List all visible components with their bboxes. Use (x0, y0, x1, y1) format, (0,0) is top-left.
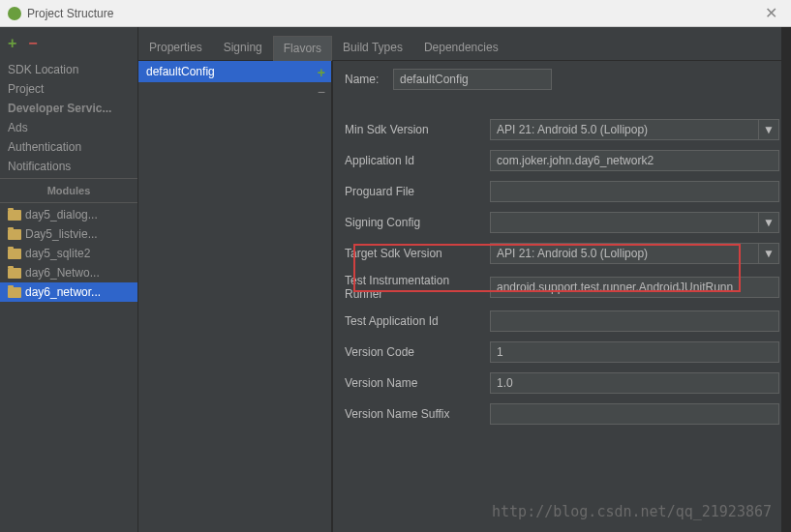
sidebar: + − SDK Location Project Developer Servi… (0, 27, 138, 532)
window-title: Project Structure (27, 7, 759, 20)
signing-select[interactable]: ▼ (490, 212, 779, 233)
version-name-label: Version Name (345, 376, 490, 390)
test-app-id-label: Test Application Id (345, 314, 490, 328)
title-bar: Project Structure ✕ (0, 0, 791, 27)
module-item[interactable]: day6_Netwo... (0, 263, 137, 282)
folder-icon (8, 268, 21, 279)
remove-config-icon[interactable]: − (318, 84, 325, 100)
proguard-input[interactable] (490, 181, 779, 202)
chevron-down-icon: ▼ (758, 120, 778, 139)
sidebar-item-project[interactable]: Project (0, 79, 137, 99)
module-label: Day5_listvie... (25, 227, 98, 241)
close-icon[interactable]: ✕ (759, 4, 783, 22)
tab-signing[interactable]: Signing (213, 35, 273, 60)
min-sdk-label: Min Sdk Version (345, 123, 490, 136)
sidebar-item-ads[interactable]: Ads (0, 118, 137, 137)
add-config-icon[interactable]: + (318, 65, 325, 80)
sidebar-item-sdk-location[interactable]: SDK Location (0, 60, 137, 79)
module-item[interactable]: Day5_listvie... (0, 224, 137, 244)
target-sdk-label: Target Sdk Version (345, 247, 490, 260)
sidebar-section-modules: Modules (0, 181, 137, 200)
name-label: Name: (345, 73, 393, 86)
tabs: Properties Signing Flavors Build Types D… (138, 27, 791, 61)
test-app-id-input[interactable] (490, 310, 779, 332)
test-runner-label: Test Instrumentation Runner (345, 274, 490, 301)
app-icon (8, 7, 21, 20)
version-code-label: Version Code (345, 345, 490, 359)
sidebar-item-notifications[interactable]: Notifications (0, 157, 137, 176)
module-label: day5_sqlite2 (25, 247, 90, 260)
name-input[interactable] (393, 69, 552, 90)
right-strip (781, 27, 791, 532)
version-name-input[interactable] (490, 372, 779, 394)
min-sdk-value: API 21: Android 5.0 (Lollipop) (497, 123, 648, 136)
target-sdk-select[interactable]: API 21: Android 5.0 (Lollipop)▼ (490, 243, 779, 264)
version-suffix-label: Version Name Suffix (345, 407, 490, 421)
remove-icon[interactable]: − (28, 35, 37, 52)
tab-flavors[interactable]: Flavors (273, 36, 332, 61)
test-runner-input[interactable] (490, 277, 779, 298)
config-item-default[interactable]: defaultConfig (138, 61, 331, 82)
folder-icon (8, 249, 21, 259)
target-sdk-value: API 21: Android 5.0 (Lollipop) (497, 247, 648, 260)
module-item-selected[interactable]: day6_networ... (0, 282, 137, 302)
min-sdk-select[interactable]: API 21: Android 5.0 (Lollipop)▼ (490, 119, 779, 140)
folder-icon (8, 229, 21, 240)
version-code-input[interactable] (490, 341, 779, 363)
chevron-down-icon: ▼ (758, 244, 778, 263)
tab-dependencies[interactable]: Dependencies (413, 35, 509, 60)
sidebar-item-authentication[interactable]: Authentication (0, 137, 137, 157)
signing-label: Signing Config (345, 216, 490, 229)
module-item[interactable]: day5_dialog... (0, 205, 137, 224)
tab-build-types[interactable]: Build Types (332, 35, 413, 60)
config-list: defaultConfig + − (138, 61, 332, 532)
folder-icon (8, 210, 21, 221)
module-label: day6_networ... (25, 285, 101, 299)
chevron-down-icon: ▼ (758, 213, 778, 232)
app-id-input[interactable] (490, 150, 779, 171)
folder-icon (8, 287, 21, 298)
module-item[interactable]: day5_sqlite2 (0, 244, 137, 263)
proguard-label: Proguard File (345, 185, 490, 198)
tab-properties[interactable]: Properties (138, 35, 213, 60)
app-id-label: Application Id (345, 154, 490, 167)
module-label: day5_dialog... (25, 208, 98, 222)
version-suffix-input[interactable] (490, 403, 779, 425)
form: Name: Min Sdk VersionAPI 21: Android 5.0… (332, 61, 791, 532)
sidebar-heading-developer: Developer Servic... (0, 99, 137, 118)
module-label: day6_Netwo... (25, 266, 100, 280)
add-icon[interactable]: + (8, 35, 16, 52)
